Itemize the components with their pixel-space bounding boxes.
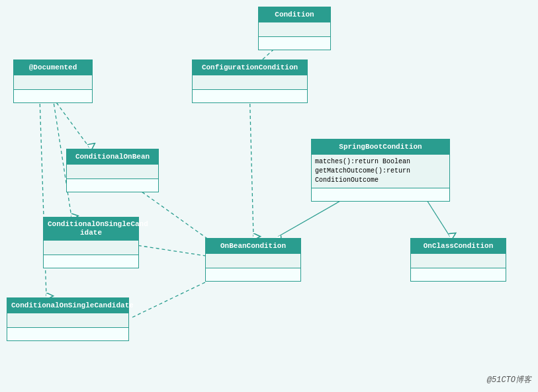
onclasscondition-section2 [411, 268, 506, 281]
conditionalonsc-small-section1 [44, 240, 138, 255]
condition-box: Condition [258, 7, 331, 50]
configcondition-section2 [193, 89, 307, 102]
conditionalonsc-full-section1 [7, 313, 128, 327]
diagram-canvas: Condition ConfigurationCondition @Docume… [0, 0, 538, 392]
conditionalonbean-section1 [67, 164, 158, 178]
svg-line-4 [249, 86, 253, 237]
onbeancondition-header: OnBeanCondition [206, 239, 300, 253]
watermark: @51CTO博客 [487, 374, 531, 385]
conditionalonbean-box: ConditionalOnBean [66, 149, 159, 192]
configcondition-header: ConfigurationCondition [193, 60, 307, 75]
configcondition-section1 [193, 75, 307, 89]
onclasscondition-box: OnClassCondition [410, 238, 506, 282]
conditionalonsc-small-header: ConditionalOnSingleCand idate [44, 217, 138, 240]
documented-section2 [14, 89, 92, 102]
onclasscondition-header: OnClassCondition [411, 239, 506, 253]
documented-header: @Documented [14, 60, 92, 75]
conditionalonsc-full-header: ConditionalOnSingleCandidate [7, 298, 128, 313]
configcondition-box: ConfigurationCondition [192, 59, 308, 103]
condition-header: Condition [259, 7, 330, 22]
onclasscondition-section1 [411, 253, 506, 268]
documented-section1 [14, 75, 92, 89]
springbootcondition-section2 [312, 188, 449, 201]
onbeancondition-section1 [206, 253, 300, 268]
svg-line-5 [53, 98, 89, 147]
conditionalonsc-small-box: ConditionalOnSingleCand idate [43, 217, 139, 268]
conditionalonbean-header: ConditionalOnBean [67, 149, 158, 164]
springbootcondition-header: SpringBootCondition [312, 139, 449, 154]
condition-section2 [259, 36, 330, 50]
documented-box: @Documented [13, 59, 93, 103]
conditionalonsc-full-box: ConditionalOnSingleCandidate [7, 297, 129, 341]
onbeancondition-box: OnBeanCondition [205, 238, 301, 282]
onbeancondition-section2 [206, 268, 300, 281]
conditionalonsc-full-section2 [7, 327, 128, 340]
condition-section1 [259, 22, 330, 36]
conditionalonsc-small-section2 [44, 255, 138, 268]
springbootcondition-box: SpringBootCondition matches():return Boo… [311, 139, 450, 202]
conditionalonbean-section2 [67, 178, 158, 192]
springbootcondition-methods: matches():return Boolean getMatchOutcome… [312, 154, 449, 188]
